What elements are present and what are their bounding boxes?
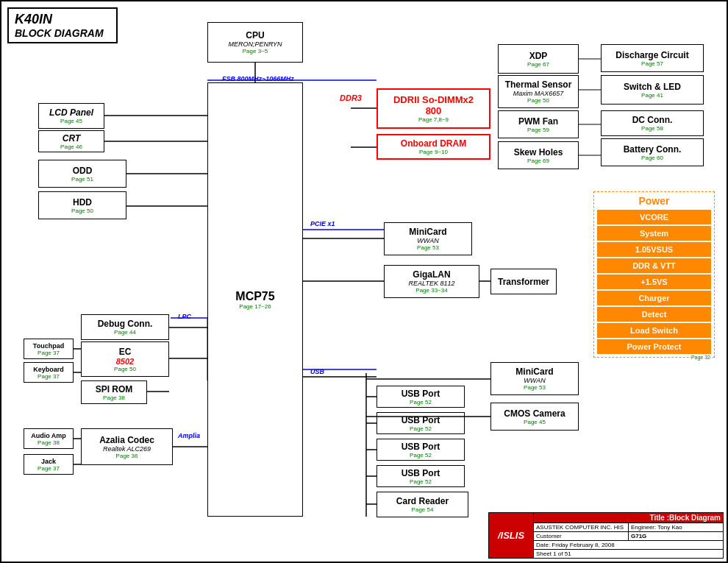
fsb-label: FSB 800MHz~1066MHz [222,75,294,82]
hdd-label: HDD [73,197,92,208]
info-title: Title :Block Diagram [534,513,723,523]
minicard-bot-block: MiniCard WWAN Page 53 [490,362,579,395]
minicard-top-page: Page 53 [417,244,439,251]
keyboard-block: Keyboard Page 37 [24,362,74,383]
ddrvtt-item: DDR & VTTPage 29 [597,258,711,273]
battconn-block: Battery Conn. Page 60 [601,138,704,166]
cpu-block: CPU MERON;PENRYN Page 3~5 [207,22,303,63]
thermal-label: Thermal Sensor [505,79,572,90]
usb3-label: USB Port [402,442,440,452]
minicard-bot-sub: WWAN [524,377,545,384]
switchled-block: Switch & LED Page 41 [601,75,704,105]
info-bar: /ISLIS Title :Block Diagram ASUSTEK COMP… [488,512,724,559]
info-row2: Customer G71G [534,531,723,540]
usb-label: USB [310,368,324,375]
usb4-block: USB Port Page 52 [377,465,465,487]
system-item: SystemPage 29 [597,226,711,241]
discharge-label: Discharge Circuit [615,50,688,60]
mcp75-page: Page 17~26 [239,303,271,310]
loadswitch-item: Load SwitchPage 31 [597,323,711,338]
cpu-label: CPU [246,30,264,40]
debug-label: Debug Conn. [98,319,153,329]
gigalan-page: Page 33~34 [415,287,447,294]
debug-block: Debug Conn. Page 44 [81,314,169,340]
transformer-label: Transformer [498,277,549,287]
minicard-bot-page: Page 53 [524,384,546,391]
xdp-block: XDP Page 67 [498,44,579,74]
keyboard-label: Keyboard [33,366,64,373]
amplia-label: Amplia [178,432,200,439]
ddr3-label: DDR3 [340,93,362,102]
xdp-label: XDP [529,51,548,61]
touchpad-page: Page 37 [38,350,60,356]
power-title: Power [597,195,711,207]
onboard-block: Onboard DRAM Page 9~10 [377,134,490,160]
odd-page: Page 51 [71,176,93,183]
minicard-bot-label: MiniCard [515,367,553,377]
cpu-sub: MERON;PENRYN [228,40,282,48]
audioamp-page: Page 38 [38,439,60,446]
spirom-page: Page 38 [103,394,125,401]
usb4-label: USB Port [402,468,440,478]
touchpad-block: Touchpad Page 37 [24,339,74,359]
thermal-page: Page 50 [527,97,549,104]
pwmfan-label: PWM Fan [518,116,558,127]
jack-page: Page 37 [38,465,60,472]
crt-page: Page 46 [60,144,82,150]
lcdpanel-label: LCD Panel [49,107,93,118]
usb2-label: USB Port [402,415,440,425]
touchpad-label: Touchpad [33,342,64,350]
info-engineer-label: Engineer: Tony Kao [629,523,723,531]
xdp-page: Page 67 [527,61,549,68]
crt-label: CRT [63,133,80,144]
crt-block: CRT Page 46 [38,130,104,152]
gigalan-block: GigaLAN REALTEK 8112 Page 33~34 [384,265,479,298]
info-date: Date: Friday February 8, 2008 [534,540,723,549]
pcie-label: PCIE x1 [310,220,335,227]
azalia-page: Page 36 [116,453,138,459]
powerprotect-item: Power ProtectPage 32 [597,339,711,354]
gigalan-label: GigaLAN [413,269,450,280]
debug-page: Page 44 [114,329,136,336]
discharge-block: Discharge Circuit Page 57 [601,44,704,72]
usb1-label: USB Port [402,389,440,399]
hdd-page: Page 50 [71,208,93,214]
odd-label: ODD [73,166,93,176]
title-line2: BLOCK DIAGRAM [15,27,110,39]
info-sheet: Sheet 1 of 51 [534,549,723,558]
asus-logo: /ISLIS [489,513,533,558]
azalia-block: Azalia Codec Realtek ALC269 Page 36 [81,428,173,465]
usb1-block: USB Port Page 52 [377,386,465,408]
audioamp-block: Audio Amp Page 38 [24,428,74,449]
switchled-label: Switch & LED [624,82,681,92]
ddr2-block: DDRII So-DIMMx2 800 Page 7,8~9 [377,88,490,129]
15vs-item: +1.5VSPage 34 [597,275,711,289]
charger-item: ChargerPage 35 [597,291,711,305]
title-line1: K40IN [15,12,110,27]
onboard-page: Page 9~10 [419,149,448,155]
lcdpanel-page: Page 45 [60,118,82,124]
usb2-block: USB Port Page 52 [377,412,465,434]
dcconn-page: Page 58 [641,125,663,132]
info-company: ASUSTEK COMPUTER INC. HIS [534,523,629,531]
cmos-label: CMOS Camera [504,408,565,419]
hdd-block: HDD Page 50 [38,191,126,219]
jack-label: Jack [41,458,56,465]
vcore-item: VCOREPage 28 [597,210,711,224]
cardreader-page: Page 54 [412,506,434,513]
info-customer-label: Customer [534,532,629,540]
mcp75-label: MCP75 [235,290,274,303]
ddr2-page: Page 7,8~9 [418,116,449,123]
vsus-item: 1.05VSUSPage 29 [597,242,711,257]
spirom-block: SPI ROM Page 38 [81,380,147,404]
gigalan-sub: REALTEK 8112 [409,280,455,287]
switchled-page: Page 41 [641,92,663,99]
usb4-page: Page 52 [410,478,432,485]
cmos-page: Page 45 [524,419,546,425]
title-box: K40IN BLOCK DIAGRAM [7,7,118,43]
skewholes-label: Skew Holes [514,147,563,157]
cardreader-block: Card Reader Page 54 [377,492,468,517]
pwmfan-block: PWM Fan Page 59 [498,110,579,138]
skewholes-block: Skew Holes Page 69 [498,141,579,169]
usb1-page: Page 52 [410,399,432,406]
